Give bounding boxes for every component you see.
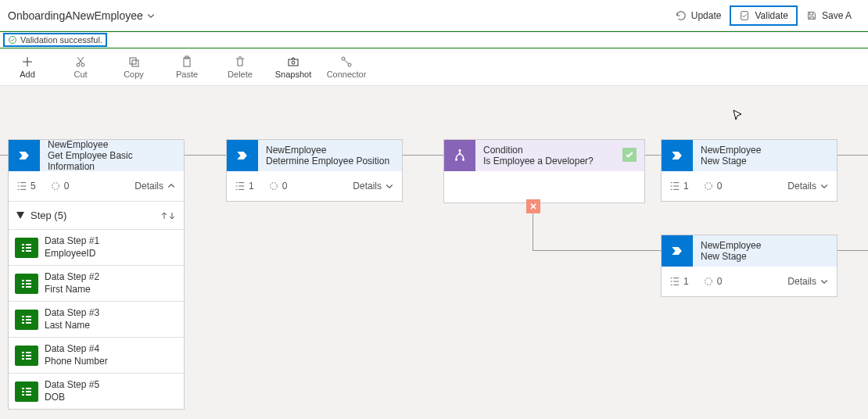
x-icon: [529, 202, 537, 210]
condition-text: Is Employee a Developer?: [483, 156, 637, 167]
chevron-down-icon: [385, 181, 394, 191]
details-label: Details: [787, 276, 816, 287]
stage-card[interactable]: NewEmployee Determine Employee Position …: [226, 139, 403, 202]
copy-button[interactable]: Copy: [114, 56, 153, 79]
stage-name: Get Employee Basic Information: [48, 150, 176, 172]
stage-card[interactable]: NewEmployee New Stage 1 0 Details: [661, 235, 838, 297]
copy-icon: [127, 56, 140, 68]
svg-point-17: [705, 183, 712, 190]
field-icon: [15, 274, 38, 294]
details-toggle[interactable]: Details: [787, 181, 829, 192]
circle-dashed-icon: [268, 181, 279, 192]
process-canvas[interactable]: NewEmployee Get Employee Basic Informati…: [0, 86, 868, 419]
condition-no-outcome[interactable]: [526, 199, 540, 213]
cut-button[interactable]: Cut: [61, 56, 100, 79]
paste-label: Paste: [176, 70, 198, 79]
condition-label: Condition: [483, 145, 637, 156]
connector-line: [838, 250, 868, 251]
mouse-cursor: [732, 109, 744, 122]
step-row[interactable]: Data Step #4 Phone Number: [9, 337, 184, 373]
update-button[interactable]: Update: [667, 5, 730, 26]
details-toggle[interactable]: Details: [135, 181, 176, 192]
connector-line: [533, 213, 533, 250]
connector-line: [403, 155, 443, 156]
condition-body: [444, 171, 644, 202]
connector-line: [185, 155, 226, 156]
delete-label: Delete: [228, 70, 253, 79]
svg-rect-4: [130, 58, 136, 64]
step-title: Data Step #1: [45, 235, 99, 248]
step-field: EmployeeID: [45, 248, 99, 260]
chevron-down-icon: [820, 277, 829, 286]
stage-entity: NewEmployee: [48, 139, 176, 150]
connector-icon: [340, 56, 353, 68]
connector-label: Connector: [327, 70, 367, 79]
stage-card[interactable]: NewEmployee Get Employee Basic Informati…: [8, 139, 185, 410]
step-row[interactable]: Data Step #3 Last Name: [9, 301, 184, 337]
arrow-down-icon: [168, 212, 176, 220]
stage-card[interactable]: NewEmployee New Stage 1 0 Details: [661, 139, 838, 202]
scissors-icon: [74, 56, 87, 68]
step-field: DOB: [45, 392, 99, 404]
condition-yes-outcome[interactable]: [622, 148, 637, 162]
snapshot-button[interactable]: Snapshot: [274, 56, 313, 79]
flow-count: 0: [703, 276, 723, 287]
details-toggle[interactable]: Details: [787, 276, 829, 287]
details-toggle[interactable]: Details: [353, 181, 394, 192]
step-count: 1: [669, 181, 689, 192]
stage-name: New Stage: [701, 156, 829, 167]
top-bar: OnboardingANewEmployee Update Validate S…: [0, 0, 868, 31]
field-icon: [15, 346, 38, 366]
circle-dashed-icon: [50, 181, 61, 192]
svg-point-14: [459, 149, 461, 152]
validate-button[interactable]: Validate: [730, 5, 797, 26]
refresh-icon: [676, 10, 687, 21]
validate-label: Validate: [755, 10, 787, 21]
connector-line: [533, 250, 661, 251]
save-icon: [806, 10, 817, 21]
field-icon: [15, 238, 38, 258]
validation-bar: Validation successful.: [0, 31, 868, 48]
step-field: Last Name: [45, 320, 99, 332]
step-title: Data Step #3: [45, 307, 99, 320]
validation-text: Validation successful.: [20, 35, 102, 45]
save-button[interactable]: Save A: [798, 5, 860, 26]
steps-header[interactable]: Step (5): [9, 201, 184, 229]
stage-icon: [662, 235, 693, 267]
add-label: Add: [20, 70, 35, 79]
chevron-down-icon: [820, 181, 829, 191]
step-count: 1: [669, 276, 689, 287]
step-row[interactable]: Data Step #5 DOB: [9, 373, 184, 409]
connector-line: [838, 155, 868, 156]
stage-stats: 5 0 Details: [9, 171, 184, 201]
copy-label: Copy: [124, 70, 144, 79]
delete-button[interactable]: Delete: [221, 56, 260, 79]
details-label: Details: [353, 181, 382, 192]
snapshot-label: Snapshot: [275, 70, 311, 79]
trash-icon: [234, 56, 246, 68]
connector-button[interactable]: Connector: [327, 56, 366, 79]
step-field: First Name: [45, 284, 99, 296]
stage-title-block: NewEmployee Get Employee Basic Informati…: [40, 140, 184, 171]
step-row[interactable]: Data Step #1 EmployeeID: [9, 229, 184, 265]
stage-entity: NewEmployee: [266, 145, 394, 156]
check-circle-icon: [8, 35, 17, 45]
step-row[interactable]: Data Step #2 First Name: [9, 265, 184, 301]
step-title: Data Step #2: [45, 271, 99, 284]
process-title[interactable]: OnboardingANewEmployee: [8, 9, 156, 22]
steps-header-label: Step (5): [30, 210, 66, 221]
paste-button[interactable]: Paste: [167, 56, 206, 79]
step-field: Phone Number: [45, 356, 108, 368]
sort-buttons[interactable]: [160, 212, 176, 220]
svg-point-18: [705, 278, 712, 285]
connector-line: [645, 155, 661, 156]
stage-header: NewEmployee Determine Employee Position: [227, 140, 402, 171]
field-icon: [15, 381, 38, 402]
svg-point-3: [81, 63, 84, 66]
flow-count: 0: [50, 181, 70, 192]
add-button[interactable]: Add: [8, 56, 47, 79]
flow-count: 0: [703, 181, 723, 192]
condition-card[interactable]: Condition Is Employee a Developer?: [443, 139, 645, 203]
svg-point-1: [9, 37, 16, 44]
svg-point-12: [52, 183, 59, 190]
